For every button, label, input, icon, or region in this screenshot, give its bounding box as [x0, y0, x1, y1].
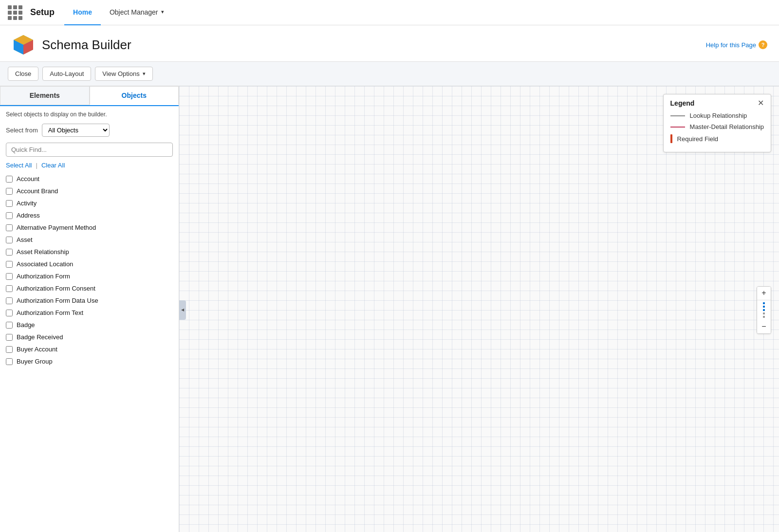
search-input[interactable] [6, 143, 173, 157]
list-item[interactable]: Authorization Form Consent [0, 282, 179, 294]
page-header-left: Schema Builder [12, 33, 131, 56]
top-nav: Setup Home Object Manager ▾ [0, 0, 779, 25]
object-checkbox-4[interactable] [6, 224, 13, 231]
list-item[interactable]: Badge [0, 319, 179, 331]
object-label-4: Alternative Payment Method [17, 224, 96, 231]
list-item[interactable]: Asset [0, 234, 179, 246]
select-from-label: Select from [6, 127, 38, 134]
zoom-bar-4 [763, 312, 765, 314]
object-checkbox-3[interactable] [6, 212, 13, 219]
object-checkbox-6[interactable] [6, 249, 13, 256]
help-icon: ? [759, 40, 767, 49]
search-row [0, 140, 179, 160]
zoom-bar-3 [763, 309, 765, 311]
schema-builder-icon [12, 33, 35, 56]
tab-objects[interactable]: Objects [90, 86, 179, 105]
list-item[interactable]: Alternative Payment Method [0, 221, 179, 234]
select-from-dropdown[interactable]: All Objects Custom Objects Standard Obje… [42, 124, 110, 137]
list-item[interactable]: Badge Received [0, 331, 179, 343]
object-checkbox-11[interactable] [6, 310, 13, 316]
zoom-in-button[interactable]: + [757, 287, 771, 300]
auto-layout-button[interactable]: Auto-Layout [42, 67, 91, 81]
zoom-slider [763, 300, 765, 320]
separator: | [36, 162, 37, 169]
nav-tab-object-manager[interactable]: Object Manager ▾ [101, 0, 173, 25]
object-checkbox-5[interactable] [6, 237, 13, 243]
list-item[interactable]: Account Brand [0, 185, 179, 197]
select-all-link[interactable]: Select All [6, 162, 32, 169]
list-item[interactable]: Buyer Account [0, 343, 179, 355]
object-label-3: Address [17, 212, 40, 219]
object-checkbox-9[interactable] [6, 285, 13, 292]
zoom-bar-2 [763, 306, 765, 308]
clear-all-link[interactable]: Clear All [41, 162, 65, 169]
object-label-15: Buyer Group [17, 358, 53, 365]
object-checkbox-15[interactable] [6, 358, 13, 365]
app-name: Setup [30, 7, 55, 18]
zoom-out-button[interactable]: − [757, 320, 771, 333]
zoom-controls: + − [757, 286, 771, 334]
list-item[interactable]: Authorization Form Text [0, 307, 179, 319]
list-item[interactable]: Authorization Form [0, 270, 179, 282]
object-label-1: Account Brand [17, 187, 58, 195]
list-item[interactable]: Asset Relationship [0, 246, 179, 258]
object-checkbox-10[interactable] [6, 297, 13, 304]
object-checkbox-7[interactable] [6, 261, 13, 268]
object-checkbox-14[interactable] [6, 346, 13, 353]
object-list: AccountAccount BrandActivityAddressAlter… [0, 172, 179, 532]
list-item[interactable]: Associated Location [0, 258, 179, 270]
close-button[interactable]: Close [8, 67, 38, 81]
legend-item-master: Master-Detail Relationship [670, 123, 764, 130]
toolbar: Close Auto-Layout View Options ▾ [0, 62, 779, 86]
legend-header: Legend ✕ [670, 99, 764, 107]
legend-item-lookup: Lookup Relationship [670, 112, 764, 119]
page-header: Schema Builder Help for this Page ? [0, 25, 779, 62]
tab-elements[interactable]: Elements [0, 86, 90, 105]
zoom-bar-5 [763, 316, 765, 318]
object-checkbox-13[interactable] [6, 334, 13, 341]
object-label-14: Buyer Account [17, 346, 57, 353]
object-label-5: Asset [17, 236, 33, 243]
legend: Legend ✕ Lookup Relationship Master-Deta… [663, 94, 771, 152]
canvas-area[interactable]: Legend ✕ Lookup Relationship Master-Deta… [179, 86, 779, 532]
list-item[interactable]: Address [0, 209, 179, 221]
list-item[interactable]: Account [0, 173, 179, 185]
view-options-button[interactable]: View Options ▾ [95, 67, 152, 81]
list-item[interactable]: Authorization Form Data Use [0, 294, 179, 307]
collapse-panel-handle[interactable] [179, 300, 186, 320]
left-panel: Elements Objects Select objects to displ… [0, 86, 179, 532]
required-field-icon [670, 134, 672, 143]
select-from-row: Select from All Objects Custom Objects S… [0, 121, 179, 140]
object-label-2: Activity [17, 200, 37, 207]
object-checkbox-8[interactable] [6, 273, 13, 280]
object-checkbox-0[interactable] [6, 176, 13, 183]
main-layout: Elements Objects Select objects to displ… [0, 86, 779, 532]
chevron-down-icon: ▾ [143, 71, 146, 77]
object-label-11: Authorization Form Text [17, 309, 83, 316]
nav-tab-home[interactable]: Home [64, 0, 101, 25]
legend-title: Legend [670, 99, 695, 107]
object-checkbox-2[interactable] [6, 200, 13, 207]
list-item[interactable]: Buyer Group [0, 355, 179, 367]
master-line-icon [670, 127, 685, 128]
list-item[interactable]: Activity [0, 197, 179, 209]
object-checkbox-12[interactable] [6, 322, 13, 329]
object-label-6: Asset Relationship [17, 248, 69, 256]
app-launcher-icon[interactable] [8, 5, 22, 20]
object-label-10: Authorization Form Data Use [17, 297, 98, 304]
legend-close-button[interactable]: ✕ [758, 99, 764, 107]
lookup-line-icon [670, 115, 685, 116]
object-label-7: Associated Location [17, 260, 73, 268]
object-checkbox-1[interactable] [6, 188, 13, 195]
page-title: Schema Builder [42, 37, 131, 53]
object-label-0: Account [17, 175, 39, 183]
object-label-13: Badge Received [17, 333, 63, 341]
object-label-12: Badge [17, 321, 35, 329]
legend-item-required: Required Field [670, 134, 764, 143]
panel-tabs: Elements Objects [0, 86, 179, 106]
select-clear-row: Select All | Clear All [0, 160, 179, 172]
object-label-8: Authorization Form [17, 273, 70, 280]
chevron-down-icon: ▾ [161, 9, 164, 15]
zoom-bar-1 [763, 302, 765, 304]
help-link[interactable]: Help for this Page ? [706, 40, 767, 49]
